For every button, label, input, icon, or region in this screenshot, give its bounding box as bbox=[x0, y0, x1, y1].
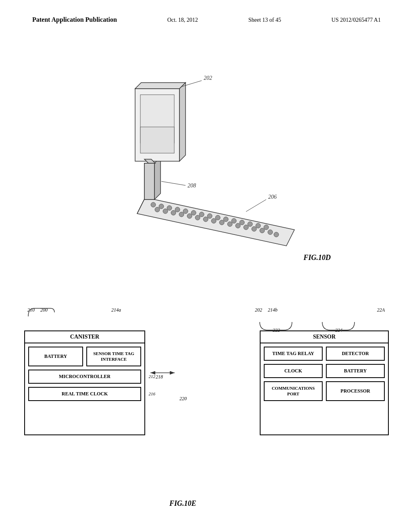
svg-point-28 bbox=[260, 228, 265, 233]
svg-point-30 bbox=[274, 232, 279, 237]
clock-block: CLOCK bbox=[264, 364, 323, 378]
ref-214a: 214a bbox=[111, 307, 121, 313]
time-tag-relay-block: TIME TAG RELAY bbox=[264, 347, 323, 361]
svg-point-12 bbox=[248, 222, 252, 227]
page-header: Patent Application Publication Oct. 18, … bbox=[32, 16, 381, 23]
patent-number: US 2012/0265477 A1 bbox=[332, 17, 381, 23]
sheet-info: Sheet 13 of 45 bbox=[248, 17, 281, 23]
svg-point-18 bbox=[179, 212, 184, 217]
svg-point-22 bbox=[211, 218, 216, 223]
svg-point-27 bbox=[252, 227, 257, 231]
svg-line-38 bbox=[246, 200, 266, 212]
microcontroller-block: MICROCONTROLLER bbox=[28, 370, 141, 384]
sensor-content: TIME TAG RELAY DETECTOR CLOCK BATTERY CO… bbox=[261, 343, 388, 404]
ref-220: 220 bbox=[179, 396, 187, 402]
svg-point-7 bbox=[207, 214, 212, 218]
bracket-210-svg bbox=[24, 306, 56, 318]
ref-216: 216 bbox=[149, 391, 156, 396]
fig10d-container: 202 208 206 FIG.10D bbox=[73, 60, 355, 270]
svg-point-10 bbox=[232, 218, 236, 223]
svg-point-8 bbox=[215, 215, 220, 220]
sensor-row-3: COMMUNICATIONSPORT PROCESSOR bbox=[264, 381, 385, 401]
svg-point-23 bbox=[219, 220, 224, 225]
canister-content: BATTERY SENSOR TIME TAGINTERFACE MICROCO… bbox=[25, 343, 144, 404]
canister-block: CANISTER BATTERY SENSOR TIME TAGINTERFAC… bbox=[24, 330, 145, 435]
sensor-group: 202 214b 22A SENSOR TIME TAG RELAY DETEC… bbox=[252, 318, 389, 334]
battery-block: BATTERY bbox=[28, 347, 83, 366]
svg-point-29 bbox=[268, 230, 273, 235]
fig10d-figure: 202 208 206 FIG.10D bbox=[32, 60, 381, 310]
svg-point-11 bbox=[240, 220, 244, 225]
sensor-bottom-refs: 222 224 bbox=[252, 320, 389, 334]
sensor-row-1: TIME TAG RELAY DETECTOR bbox=[264, 347, 385, 361]
svg-point-3 bbox=[175, 207, 180, 212]
micro-row: MICROCONTROLLER 212 bbox=[28, 370, 141, 384]
canister-row-1: BATTERY SENSOR TIME TAGINTERFACE bbox=[28, 347, 141, 366]
svg-point-1 bbox=[159, 204, 164, 209]
sensor-battery-block: BATTERY bbox=[326, 364, 385, 378]
svg-text:222: 222 bbox=[273, 327, 280, 332]
svg-point-2 bbox=[167, 206, 172, 210]
svg-rect-33 bbox=[140, 127, 174, 153]
sensor-refs-svg: 222 224 bbox=[252, 320, 389, 332]
ref-22a: 22A bbox=[377, 307, 385, 313]
svg-point-14 bbox=[264, 225, 269, 230]
sensor-row-2: CLOCK BATTERY bbox=[264, 364, 385, 378]
sensor-block: SENSOR TIME TAG RELAY DETECTOR CLOCK BAT… bbox=[260, 330, 389, 435]
publication-title: Patent Application Publication bbox=[32, 16, 117, 23]
rtc-row: REAL TIME CLOCK 216 bbox=[28, 387, 141, 401]
comm-port-block: COMMUNICATIONSPORT bbox=[264, 381, 323, 401]
sensor-time-tag-block: SENSOR TIME TAGINTERFACE bbox=[86, 347, 141, 366]
real-time-clock-block: REAL TIME CLOCK bbox=[28, 387, 141, 401]
svg-point-13 bbox=[256, 223, 261, 228]
svg-point-16 bbox=[163, 209, 168, 214]
svg-point-9 bbox=[223, 217, 228, 222]
publication-date: Oct. 18, 2012 bbox=[167, 17, 198, 23]
detector-block: DETECTOR bbox=[326, 347, 385, 361]
svg-point-6 bbox=[199, 212, 204, 217]
svg-point-21 bbox=[203, 217, 208, 222]
fig10e-label: FIG.10E bbox=[169, 499, 196, 508]
svg-point-17 bbox=[171, 210, 176, 215]
svg-text:202: 202 bbox=[204, 75, 212, 81]
svg-text:208: 208 bbox=[188, 183, 196, 189]
processor-block: PROCESSOR bbox=[326, 381, 385, 401]
svg-text:224: 224 bbox=[335, 327, 342, 332]
svg-point-26 bbox=[244, 225, 248, 230]
svg-point-20 bbox=[195, 215, 200, 220]
svg-text:206: 206 bbox=[268, 194, 277, 200]
device-svg: 202 208 206 bbox=[73, 60, 355, 270]
svg-point-25 bbox=[236, 223, 240, 228]
svg-point-4 bbox=[183, 209, 188, 214]
svg-point-24 bbox=[227, 222, 232, 227]
fig10d-label: FIG.10D bbox=[303, 254, 331, 262]
svg-line-36 bbox=[161, 181, 186, 185]
svg-point-5 bbox=[191, 210, 196, 215]
svg-point-0 bbox=[151, 202, 156, 207]
svg-point-19 bbox=[187, 214, 192, 218]
canister-title: CANISTER bbox=[25, 331, 144, 343]
ref-218: 218 bbox=[156, 374, 163, 380]
ref-202s: 202 bbox=[255, 307, 262, 313]
ref-214b: 214b bbox=[268, 307, 277, 313]
fig10e-section: 210 200 214a CANISTER BATTERY SENSOR TIM… bbox=[24, 318, 389, 512]
svg-point-15 bbox=[155, 207, 160, 212]
